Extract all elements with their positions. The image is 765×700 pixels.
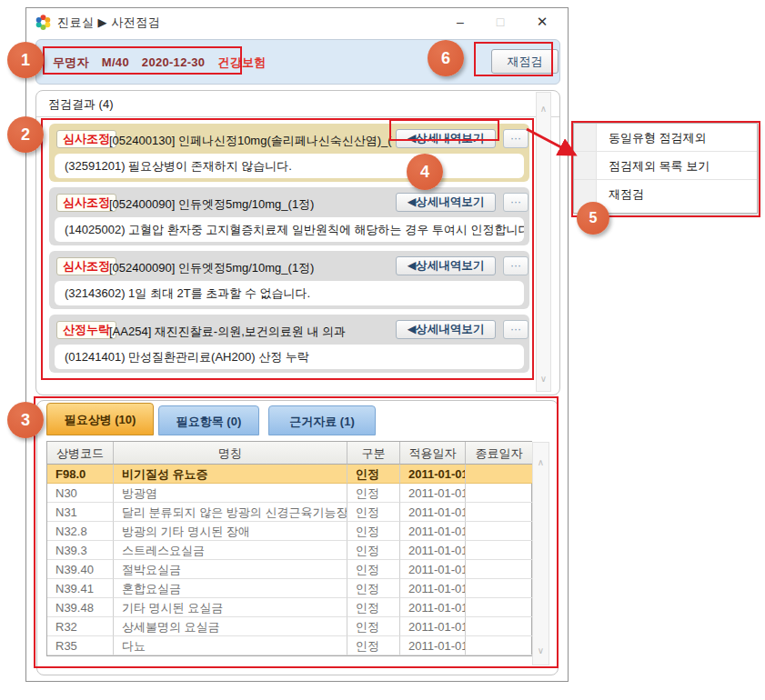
column-header: 종료일자 [466,442,533,465]
cell-code: N39.48 [47,598,114,617]
tab-2[interactable]: 필요항목 (0) [158,405,259,435]
cell-code: N32.8 [47,522,114,541]
cell-start-date: 2011-01-01 [400,579,466,598]
table-header-row: 상병코드명칭구분적용일자종료일자 [47,442,531,465]
scroll-down-icon[interactable]: ∨ [533,645,549,655]
result-type-badge: 심사조정 [56,130,116,148]
cell-code: N30 [47,484,114,503]
cell-type: 인정 [347,541,400,560]
cell-code: R32 [47,617,114,636]
cell-end-date [466,560,533,579]
patient-info-panel: 무명자 M/40 2020-12-30 건강보험 재점검 [35,39,560,85]
result-type-badge: 산정누락 [56,321,116,339]
table-row[interactable]: N30방광염인정2011-01-01 [47,484,531,503]
cell-name: 스트레스요실금 [114,541,347,560]
cell-end-date [466,541,533,560]
title-bar[interactable]: 진료실 ▶ 사전점검 – □ ✕ [26,8,568,35]
cell-name: 비기질성 유뇨증 [114,465,347,484]
cell-name: 절박요실금 [114,560,347,579]
results-header: 점검결과 (4) [36,91,559,117]
more-options-button[interactable]: ··· [503,193,528,212]
result-card: 심사조정[052400090] 인듀엣정5mg/10mg_(1정)◀상세내역보기… [49,187,529,245]
cell-end-date [466,503,533,522]
cell-name: 기타 명시된 요실금 [114,598,347,617]
table-row[interactable]: N39.48기타 명시된 요실금인정2011-01-01 [47,598,531,617]
table-scrollbar[interactable]: ∧ ∨ [532,442,549,665]
result-message: (14025002) 고혈압 환자중 고지혈증치료제 일반원칙에 해당하는 경우… [55,217,524,242]
minimize-button[interactable]: – [447,12,474,32]
visit-date: 2020-12-30 [142,55,206,69]
tab-3[interactable]: 근거자료 (1) [268,405,376,435]
cell-start-date: 2011-01-01 [400,598,466,617]
cell-end-date [466,617,533,636]
result-message: (01241401) 만성질환관리료(AH200) 산정 누락 [55,345,524,369]
result-card: 심사조정[052400090] 인듀엣정5mg/10mg_(1정)◀상세내역보기… [49,251,529,309]
result-message: (32591201) 필요상병이 존재하지 않습니다. [55,154,524,178]
table-row[interactable]: R35다뇨인정2011-01-01 [47,636,531,655]
tab-1[interactable]: 필요상병 (10) [46,403,154,435]
check-results-panel: 점검결과 (4) 심사조정[052400130] 인페나신정10mg(솔리페나신… [35,90,560,395]
cell-type: 인정 [347,636,400,655]
scroll-up-icon[interactable]: ∧ [533,457,549,467]
column-header: 적용일자 [400,442,466,465]
cell-name: 방광의 기타 명시된 장애 [114,522,347,541]
detail-view-button[interactable]: ◀상세내역보기 [396,129,496,148]
table-row[interactable]: R32상세불명의 요실금인정2011-01-01 [47,617,531,636]
cell-type: 인정 [347,560,400,579]
result-card: 심사조정[052400130] 인페나신정10mg(솔리페나신숙신산염)_(10… [49,124,529,182]
table-row[interactable]: N39.41혼합요실금인정2011-01-01 [47,579,531,598]
result-title: [052400130] 인페나신정10mg(솔리페나신숙신산염)_(10mg/ [109,133,392,149]
cell-name: 방광염 [114,484,347,503]
detail-view-button[interactable]: ◀상세내역보기 [396,193,496,212]
result-type-badge: 심사조정 [56,257,116,275]
window-title: 진료실 ▶ 사전점검 [57,15,160,31]
result-card: 산정누락[AA254] 재진진찰료-의원,보건의료원 내 의과◀상세내역보기··… [49,315,529,373]
column-header: 상병코드 [47,442,114,465]
more-options-button[interactable]: ··· [503,256,528,275]
result-type-badge: 심사조정 [56,194,116,212]
cell-start-date: 2011-01-01 [400,503,466,522]
cell-start-date: 2011-01-01 [400,541,466,560]
cell-name: 혼합요실금 [114,579,347,598]
diagnosis-table: 상병코드명칭구분적용일자종료일자F98.0비기질성 유뇨증인정2011-01-0… [46,441,532,656]
more-options-button[interactable]: ··· [503,129,528,148]
scroll-down-icon[interactable]: ∨ [537,374,550,384]
results-scrollbar[interactable]: ∧ ∨ [536,92,551,392]
table-row[interactable]: N32.8방광의 기타 명시된 장애인정2011-01-01 [47,522,531,541]
cell-end-date [466,484,533,503]
cell-code: N39.41 [47,579,114,598]
recheck-button[interactable]: 재점검 [491,49,559,74]
column-header: 명칭 [114,442,347,465]
cell-code: R35 [47,636,114,655]
context-menu-item-2[interactable]: 점검제외 목록 보기 [574,152,757,180]
tab-bar: 필요상병 (10)필요항목 (0)근거자료 (1) [46,403,538,436]
maximize-button[interactable]: □ [487,12,514,32]
cell-type: 인정 [347,579,400,598]
cell-code: N31 [47,503,114,522]
cell-type: 인정 [347,484,400,503]
cell-code: N39.3 [47,541,114,560]
table-row[interactable]: N39.3스트레스요실금인정2011-01-01 [47,541,531,560]
scroll-up-icon[interactable]: ∧ [537,104,550,114]
column-header: 구분 [347,442,400,465]
table-row[interactable]: N31달리 분류되지 않은 방광의 신경근육기능장애인정2011-01-01 [47,503,531,522]
cell-name: 다뇨 [114,636,347,655]
result-title: [052400090] 인듀엣정5mg/10mg_(1정) [109,196,392,213]
context-menu-item-3[interactable]: 재점검 [574,180,757,208]
patient-info-text: 무명자 M/40 2020-12-30 건강보험 [53,55,266,71]
close-button[interactable]: ✕ [528,12,556,32]
table-row[interactable]: N39.40절박요실금인정2011-01-01 [47,560,531,579]
detail-view-button[interactable]: ◀상세내역보기 [396,320,496,339]
detail-view-button[interactable]: ◀상세내역보기 [396,256,496,275]
more-options-button[interactable]: ··· [503,320,528,339]
cell-type: 인정 [347,465,400,484]
cell-start-date: 2011-01-01 [400,636,466,655]
cell-end-date [466,636,533,655]
table-row[interactable]: F98.0비기질성 유뇨증인정2011-01-01 [47,465,531,484]
cell-end-date [466,579,533,598]
cell-type: 인정 [347,617,400,636]
cell-type: 인정 [347,503,400,522]
context-menu-item-1[interactable]: 동일유형 점검제외 [574,124,757,152]
patient-name: 무명자 [53,55,89,69]
cell-name: 달리 분류되지 않은 방광의 신경근육기능장애 [114,503,347,522]
